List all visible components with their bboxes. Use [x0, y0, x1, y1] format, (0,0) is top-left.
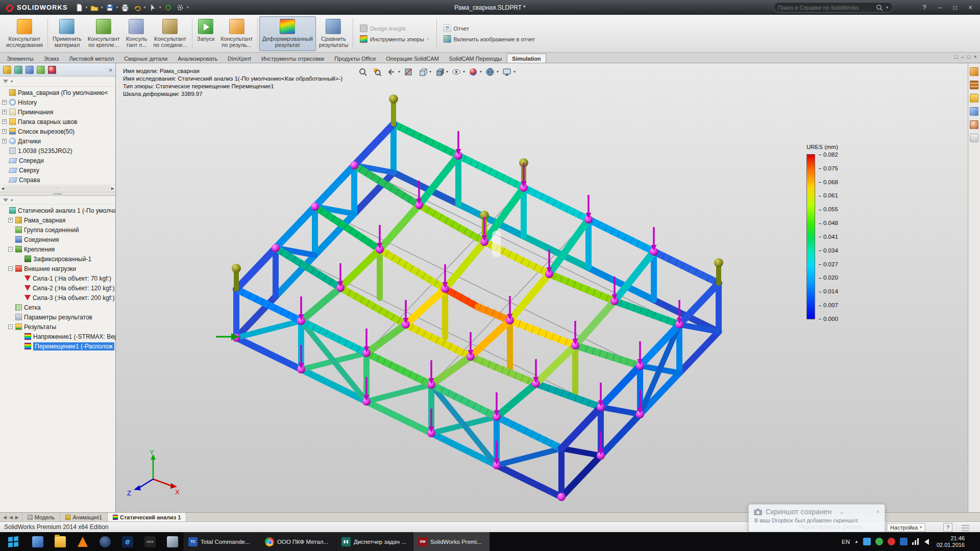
- pinned-app-7[interactable]: [161, 532, 184, 551]
- taskbar-app-task-manager[interactable]: Диспетчер задач ...: [337, 532, 413, 551]
- network-icon[interactable]: [912, 538, 920, 545]
- maximize-icon[interactable]: [947, 2, 963, 13]
- previous-view-icon[interactable]: [385, 66, 398, 78]
- customize-dropdown[interactable]: Настройка: [887, 523, 925, 532]
- expand-icon[interactable]: [2, 110, 7, 114]
- dimxpert-manager-tab-icon[interactable]: [37, 66, 45, 74]
- volume-icon[interactable]: [924, 539, 929, 545]
- graphics-area[interactable]: Имя модели: Рама_сварная Имя исследовани…: [116, 63, 968, 512]
- tree-item-part-root[interactable]: Рама_сварная (По умолчанию<: [0, 88, 115, 97]
- tree-item-history[interactable]: History: [0, 97, 115, 107]
- pinned-app-4[interactable]: [94, 532, 116, 551]
- study-item-force-1[interactable]: Сила-1 (:На объект: 70 kgf:): [0, 273, 115, 283]
- taskbar-clock[interactable]: 21:46 02.01.2016: [934, 535, 968, 548]
- hidden-icons-icon[interactable]: [854, 539, 859, 544]
- open-document-icon[interactable]: [88, 2, 101, 13]
- tab-simulation[interactable]: Simulation: [507, 54, 546, 63]
- print-icon[interactable]: [119, 2, 131, 13]
- new-caret-icon[interactable]: [86, 5, 88, 10]
- edit-appearance-caret-icon[interactable]: [480, 69, 482, 74]
- study-item-fixtures[interactable]: Крепления: [0, 244, 115, 254]
- results-advisor-button[interactable]: Консультантпо резуль...: [217, 16, 256, 51]
- apply-scene-icon[interactable]: [483, 66, 496, 78]
- tab-model[interactable]: Модель: [22, 513, 60, 521]
- view-orientation-icon[interactable]: [416, 66, 429, 78]
- doc-close-icon[interactable]: [974, 54, 977, 60]
- expand-icon[interactable]: [2, 139, 7, 143]
- zoom-fit-icon[interactable]: [356, 66, 369, 78]
- tree-item-sensors[interactable]: Датчики: [0, 136, 115, 146]
- help-icon[interactable]: [917, 2, 932, 13]
- study-item-force-2[interactable]: Сила-2 (:На объект: 120 kgf:): [0, 283, 115, 293]
- study-item-results[interactable]: Результаты: [0, 322, 115, 332]
- tree-horizontal-scrollbar[interactable]: [0, 185, 115, 192]
- tab-office-products[interactable]: Продукты Office: [329, 54, 381, 63]
- doc-minimize-icon[interactable]: [961, 54, 964, 60]
- pinned-app-isis[interactable]: [139, 532, 161, 551]
- tray-icon-antivirus[interactable]: [875, 538, 883, 545]
- tree-item-weld-folder[interactable]: Папка сварных швов: [0, 117, 115, 127]
- tree-item-top-plane[interactable]: Сверху: [0, 165, 115, 175]
- plot-tools-caret-icon[interactable]: [427, 37, 429, 41]
- appearances-scenes-icon[interactable]: [970, 120, 978, 129]
- connections-advisor-button[interactable]: Консультантпо соедине...: [150, 16, 190, 51]
- minimize-icon[interactable]: [932, 2, 947, 13]
- view-orientation-caret-icon[interactable]: [429, 69, 431, 74]
- solidworks-resources-icon[interactable]: [970, 67, 978, 76]
- deformed-result-button[interactable]: Деформированныйрезультат: [259, 16, 316, 51]
- include-image-report-button[interactable]: Включить изображение в отчет: [444, 35, 535, 43]
- section-view-icon[interactable]: [402, 66, 414, 78]
- study-item-result-options[interactable]: Параметры результатов: [0, 312, 115, 322]
- new-document-icon[interactable]: [73, 2, 85, 13]
- pinned-app-internet-explorer[interactable]: [116, 532, 139, 551]
- study-item-mesh[interactable]: Сетка: [0, 303, 115, 312]
- status-help-icon[interactable]: [943, 523, 952, 532]
- display-style-icon[interactable]: [433, 66, 446, 78]
- study-item-connections[interactable]: Соединения: [0, 235, 115, 244]
- tree-item-material[interactable]: 1.0038 (S235JRG2): [0, 146, 115, 156]
- language-indicator[interactable]: EN: [842, 539, 850, 545]
- tree-item-annotations[interactable]: Примечания: [0, 107, 115, 117]
- open-caret-icon[interactable]: [101, 5, 103, 10]
- notification-close-icon[interactable]: [876, 509, 879, 515]
- filter-caret-icon[interactable]: [11, 198, 13, 203]
- close-icon[interactable]: [963, 2, 978, 13]
- hide-show-items-icon[interactable]: [450, 66, 462, 78]
- tab-weldments[interactable]: Сварные детали: [119, 54, 173, 63]
- save-caret-icon[interactable]: [116, 5, 118, 10]
- plot-tools-button[interactable]: Инструменты эпюры: [360, 35, 430, 43]
- filter-funnel-icon[interactable]: [3, 80, 8, 83]
- tree-item-front-plane[interactable]: Спереди: [0, 156, 115, 165]
- select-caret-icon[interactable]: [159, 5, 161, 10]
- study-item-external-loads[interactable]: Внешние нагрузки: [0, 264, 115, 273]
- taskbar-app-browser[interactable]: ООО ПКФ Метал...: [260, 532, 337, 551]
- feature-manager-tab-icon[interactable]: [3, 66, 11, 74]
- tab-scroll-left-icon[interactable]: [9, 515, 13, 520]
- study-advisor-button[interactable]: Консультантисследования: [3, 16, 46, 51]
- design-library-icon[interactable]: [970, 81, 978, 89]
- tab-scroll-right-icon[interactable]: [15, 515, 19, 520]
- panel-expand-icon[interactable]: [109, 66, 112, 73]
- pinned-app-explorer[interactable]: [49, 532, 71, 551]
- panel-splitter[interactable]: [0, 192, 115, 196]
- custom-properties-icon[interactable]: [970, 134, 978, 142]
- scroll-track[interactable]: [5, 186, 110, 191]
- property-manager-tab-icon[interactable]: [14, 66, 22, 74]
- display-style-caret-icon[interactable]: [446, 69, 448, 74]
- expand-icon[interactable]: [8, 218, 13, 222]
- search-caret-icon[interactable]: [886, 5, 888, 10]
- study-item-root[interactable]: Статический анализ 1 (-По умолчан: [0, 206, 115, 215]
- tray-icon-dropbox[interactable]: [863, 538, 871, 545]
- hide-show-caret-icon[interactable]: [463, 69, 465, 74]
- collapse-icon[interactable]: [8, 266, 13, 271]
- options-gear-icon[interactable]: [174, 2, 186, 13]
- dropbox-notification[interactable]: Скриншот сохранен В ваш Dropbox был доба…: [748, 504, 885, 532]
- options-caret-icon[interactable]: [187, 5, 189, 10]
- tab-static-study[interactable]: Статический анализ 1: [108, 513, 186, 521]
- resize-grip-icon[interactable]: [962, 523, 969, 531]
- apply-scene-caret-icon[interactable]: [497, 69, 499, 74]
- view-palette-icon[interactable]: [970, 107, 978, 116]
- select-arrow-icon[interactable]: [146, 2, 159, 13]
- loads-advisor-button[interactable]: Консультант п...: [123, 16, 151, 51]
- study-item-displacement-plot[interactable]: Перемещение1 (-Располож: [0, 341, 115, 351]
